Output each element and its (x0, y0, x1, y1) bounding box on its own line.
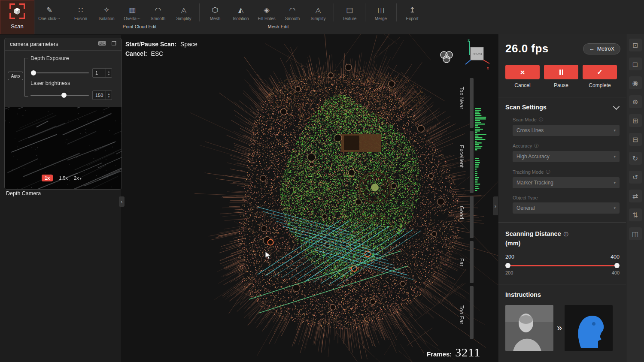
toolbar-item-export[interactable]: ↥ Export (400, 4, 425, 21)
zoom-2x-button[interactable]: 2x▾ (74, 175, 82, 181)
object-type-dropdown[interactable]: General ▾ (513, 202, 620, 214)
scanning-distance-section: Scanning Distanceⓘ (mm) 200 400 200 400 (505, 229, 620, 275)
export-icon: ↥ (409, 6, 415, 15)
frames-value: 3211 (455, 346, 480, 359)
toolbar-item-isolation[interactable]: ✧ Isolation (94, 4, 119, 21)
rotate-cw-icon[interactable]: ↻ (629, 152, 642, 165)
stepper-down-icon[interactable]: ▾ (108, 73, 110, 76)
toolbar-item-simplify[interactable]: ◬ Simplify (171, 4, 196, 21)
stepper-down-icon[interactable]: ▾ (108, 95, 110, 98)
zoom-1x-button[interactable]: 1x (42, 175, 53, 181)
view-orientation-gizmo[interactable]: z FRONT x (463, 38, 490, 71)
laser-brightness-value[interactable]: 150 ▴ ▾ (92, 90, 112, 100)
frames-label: Frames: (427, 350, 452, 358)
auto-exposure-button[interactable]: Auto (8, 72, 23, 80)
slider-min-thumb[interactable] (505, 263, 510, 268)
instructions-title: Instructions (505, 291, 620, 298)
simplify-icon: ◬ (181, 6, 186, 15)
complete-scan-button[interactable]: ✓ (583, 65, 617, 79)
popout-icon[interactable]: ❐ (111, 40, 116, 47)
info-icon[interactable]: ⓘ (564, 232, 568, 237)
rotate-ccw-icon[interactable]: ↺ (629, 171, 642, 184)
slider-max-thumb[interactable] (614, 263, 620, 268)
instruction-3d-model (565, 305, 613, 351)
smooth-icon: ◠ (155, 6, 161, 15)
keyboard-icon[interactable]: ⌨ (98, 40, 106, 47)
toolbar-item-one-click[interactable]: ✎ One-click⋯ (37, 4, 62, 21)
info-icon[interactable]: ⓘ (539, 117, 543, 123)
zoom-1-5x-button[interactable]: 1.5x (59, 175, 68, 181)
instruction-photo (505, 305, 553, 351)
view-cube-icon[interactable]: ⊡ (629, 39, 642, 51)
toolbar-item-merge[interactable]: ◫ Merge (368, 4, 393, 21)
viewport-tool-strip: ⊡ ◻ ◉ ⊕ ⊞ ⊟ ↻ ↺ ⇄ ⇅ ◫ (626, 34, 644, 362)
collapse-left-panel-handle[interactable]: ‹ (119, 196, 125, 207)
toolbar-item-mesh-simplify[interactable]: ◬ Simplify (306, 4, 331, 21)
scan-viewport[interactable]: Start/Pause Scan:Space Cancel:ESC z FRON… (121, 34, 498, 362)
swap-vertical-icon[interactable]: ⇅ (629, 208, 642, 221)
expand-right-panel-handle[interactable]: › (493, 196, 498, 215)
mesh-icon: ⬡ (212, 6, 219, 15)
depth-exposure-slider[interactable] (30, 70, 89, 76)
meter-segment (470, 131, 474, 193)
camera-parameters-panel: camera parameters ⌨ ❐ Auto Depth Exposur… (4, 38, 125, 190)
circle-select-icon[interactable]: ◉ (629, 76, 642, 89)
panel-toggle-icon[interactable]: ◫ (629, 227, 642, 240)
fill-holes-icon: ◈ (264, 6, 269, 15)
toolbar-item-fusion[interactable]: ∷ Fusion (68, 4, 93, 21)
meter-segment (470, 241, 474, 283)
stepper-up-icon[interactable]: ▴ (108, 70, 110, 73)
toolbar-item-fill-holes[interactable]: ◈ Fill Holes (254, 4, 279, 21)
scan-frame-icon (9, 3, 25, 19)
info-icon[interactable]: ⓘ (534, 143, 538, 149)
depth-exposure-value[interactable]: 1 ▴ ▾ (92, 68, 112, 78)
add-selection-icon[interactable]: ⊕ (629, 95, 642, 108)
cancel-scan-button[interactable]: × (505, 65, 540, 79)
scanning-distance-current-values: 200 400 (505, 270, 620, 275)
grid-icon[interactable]: ⊞ (629, 114, 642, 127)
fps-readout: 26.0 fps (505, 42, 549, 55)
dropdown-arrow-icon: ▾ (80, 177, 82, 181)
tracking-mode-dropdown[interactable]: Marker Tracking ▾ (513, 177, 620, 188)
divider (498, 97, 626, 97)
gizmo-front-label: FRONT (473, 52, 482, 55)
info-icon[interactable]: ⓘ (546, 169, 550, 175)
slider-thumb[interactable] (61, 93, 67, 98)
stepper-arrows[interactable]: ▴ ▾ (106, 69, 112, 77)
toolbar-item-texture[interactable]: ▤ Texture (337, 4, 362, 21)
distance-label-far: Far (459, 258, 465, 267)
scan-settings-header[interactable]: Scan Settings (505, 104, 619, 111)
point-cloud-edit-group-label: Point Cloud Edit (123, 24, 157, 29)
toolbar-item-mesh[interactable]: ⬡ Mesh (203, 4, 228, 21)
render-mode-icon[interactable] (439, 50, 454, 64)
dropdown-arrow-icon: ▾ (614, 128, 616, 133)
pause-scan-button[interactable] (544, 65, 578, 79)
back-to-metrox-button[interactable]: ← MetroX (583, 43, 620, 54)
scanning-distance-slider[interactable] (505, 262, 620, 268)
swap-horizontal-icon[interactable]: ⇄ (629, 190, 642, 202)
meter-segment (470, 286, 474, 339)
scan-mode-label: Scan Mode (513, 117, 537, 122)
laser-brightness-label: Laser brightness (30, 80, 70, 86)
range-max-value: 400 (611, 254, 620, 260)
stepper-arrows[interactable]: ▴ ▾ (106, 91, 112, 100)
stepper-up-icon[interactable]: ▴ (108, 92, 110, 95)
meter-segment (470, 196, 474, 238)
marquee-select-icon[interactable]: ◻ (629, 57, 642, 70)
point-cloud-canvas[interactable] (121, 34, 498, 362)
toolbar-item-smooth[interactable]: ◠ Smooth (146, 4, 170, 21)
accuracy-dropdown[interactable]: High Accuracy ▾ (513, 151, 620, 162)
close-icon: × (520, 68, 525, 76)
divider (498, 222, 626, 223)
isolation-icon: ✧ (103, 6, 109, 15)
toolbar-item-overlap[interactable]: ▦ Overla⋯ (120, 4, 145, 21)
laser-brightness-slider[interactable] (30, 92, 89, 98)
start-pause-hint-key: Space (180, 41, 197, 48)
scan-mode-dropdown[interactable]: Cross Lines ▾ (513, 125, 620, 136)
slider-thumb[interactable] (31, 70, 36, 75)
complete-scan-label: Complete (589, 82, 611, 88)
subtract-selection-icon[interactable]: ⊟ (629, 133, 642, 146)
toolbar-item-mesh-isolation[interactable]: ◭ Isolation (228, 4, 253, 21)
mesh-simplify-icon: ◬ (315, 6, 321, 15)
toolbar-item-mesh-smooth[interactable]: ◠ Smooth (280, 4, 305, 21)
